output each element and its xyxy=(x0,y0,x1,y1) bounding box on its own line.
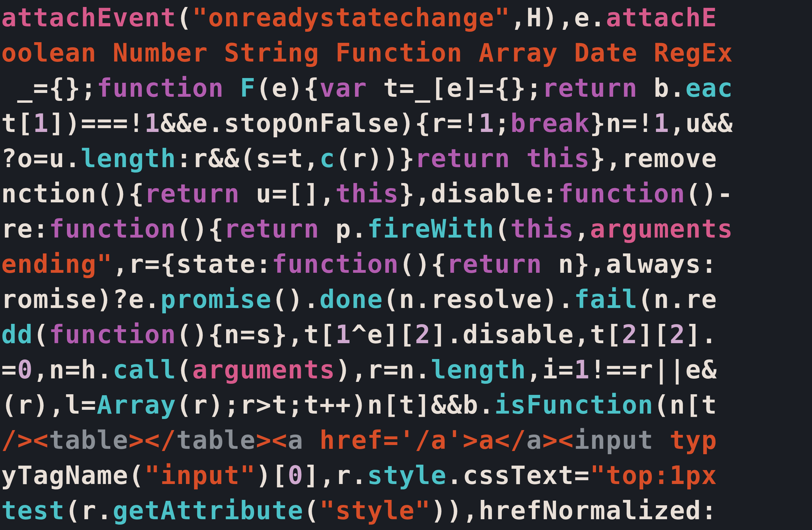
code-token: dd xyxy=(1,320,33,349)
code-token: ( xyxy=(33,320,49,349)
code-token: 0 xyxy=(288,460,304,490)
code-token: a xyxy=(288,425,304,455)
code-token: (e){ xyxy=(256,73,320,103)
code-token: ></ xyxy=(129,425,176,455)
code-token: table xyxy=(176,425,256,455)
code-token: >< xyxy=(542,425,574,455)
code-token: :r&&(s=t, xyxy=(176,144,319,173)
code-token: },disable: xyxy=(399,179,558,208)
code-token: isFunction xyxy=(494,390,654,419)
code-token: ^e][ xyxy=(351,320,415,349)
code-token: ,r={state: xyxy=(113,249,272,279)
code-token: 1 xyxy=(479,108,494,138)
code-token: Array xyxy=(97,390,176,419)
code-token: (). xyxy=(272,284,320,314)
code-token: function xyxy=(97,73,224,103)
code-token: ,u&& xyxy=(670,108,733,138)
code-token: &&e.stopOnFalse){r=! xyxy=(160,108,479,138)
code-token: "input" xyxy=(144,460,256,490)
code-token: fireWith xyxy=(367,214,494,244)
code-token: typ xyxy=(654,425,717,455)
code-token: ]. xyxy=(685,320,717,349)
code-token: !==r||e& xyxy=(590,355,717,384)
code-token: (n.re xyxy=(638,284,717,314)
code-token: ])===! xyxy=(49,108,145,138)
code-token: }n=! xyxy=(590,108,654,138)
code-token: ( xyxy=(176,355,192,384)
code-token: getAttribute xyxy=(113,496,304,525)
code-token: ],r. xyxy=(304,460,367,490)
code-token: length xyxy=(431,355,526,384)
code-line: /><table></table><a href='/a'>a</a><inpu… xyxy=(1,425,717,455)
code-token: done xyxy=(319,284,383,314)
code-token: 2 xyxy=(670,320,685,349)
code-token: _={}; xyxy=(1,73,97,103)
code-line: _={};function F(e){var t=_[e]={};return … xyxy=(1,73,733,103)
code-token: ( xyxy=(494,214,510,244)
code-token: break xyxy=(510,108,590,138)
code-token: yTagName( xyxy=(1,460,144,490)
code-token: "style" xyxy=(319,496,431,525)
code-token: t[ xyxy=(1,108,33,138)
code-token: ( xyxy=(176,3,192,32)
code-token: (r),l= xyxy=(1,390,97,419)
code-token: />< xyxy=(1,425,49,455)
code-token: return xyxy=(224,214,319,244)
code-token: (n.resolve). xyxy=(383,284,574,314)
code-token: 1 xyxy=(144,108,160,138)
code-token: "onreadystatechange" xyxy=(192,3,510,32)
code-token: ; xyxy=(494,108,510,138)
code-token: nction(){ xyxy=(1,179,144,208)
code-token: t=_[e]={}; xyxy=(367,73,542,103)
code-token: input xyxy=(574,425,654,455)
code-token: href='/a'>a</ xyxy=(304,425,526,455)
code-token: 1 xyxy=(654,108,670,138)
code-token xyxy=(224,73,240,103)
code-token: fail xyxy=(574,284,638,314)
code-token: .cssText= xyxy=(447,460,590,490)
code-token: 0 xyxy=(17,355,33,384)
code-token: F xyxy=(240,73,256,103)
code-token: 1 xyxy=(335,320,351,349)
code-token: a xyxy=(526,425,542,455)
code-token: (n[t xyxy=(654,390,717,419)
code-token: ( xyxy=(304,496,319,525)
code-token: return xyxy=(447,249,542,279)
code-line: dd(function(){n=s},t[1^e][2].disable,t[2… xyxy=(1,320,717,349)
code-token: >< xyxy=(256,425,288,455)
code-line: romise)?e.promise().done(n.resolve).fail… xyxy=(1,284,717,314)
code-token: return xyxy=(144,179,240,208)
code-token: n},always: xyxy=(542,249,717,279)
code-token: re: xyxy=(1,214,49,244)
code-token: ,n=h. xyxy=(33,355,113,384)
code-token: ][ xyxy=(638,320,670,349)
code-token: style xyxy=(367,460,447,490)
code-token: eac xyxy=(685,73,733,103)
code-token: function xyxy=(49,214,176,244)
code-token: b. xyxy=(638,73,686,103)
code-token: p. xyxy=(319,214,367,244)
code-line: yTagName("input")[0],r.style.cssText="to… xyxy=(1,460,717,490)
code-token: (r))} xyxy=(335,144,415,173)
code-token: oolean Number String Function Array Date… xyxy=(1,38,733,68)
code-token: ,H),e. xyxy=(510,3,606,32)
code-token: arguments xyxy=(192,355,335,384)
code-token: romise)?e. xyxy=(1,284,160,314)
code-token: )),hrefNormalized: xyxy=(431,496,717,525)
code-line: attachEvent("onreadystatechange",H),e.at… xyxy=(1,3,717,32)
code-token: test xyxy=(1,496,65,525)
code-line: =0,n=h.call(arguments),r=n.length,i=1!==… xyxy=(1,355,717,384)
code-token: ),r=n. xyxy=(335,355,431,384)
code-token: 1 xyxy=(574,355,590,384)
code-line: re:function(){return p.fireWith(this,arg… xyxy=(1,214,733,244)
code-token: (){n=s},t[ xyxy=(176,320,336,349)
code-token: 1 xyxy=(33,108,49,138)
code-token: call xyxy=(113,355,176,384)
code-token: return xyxy=(415,144,510,173)
code-token: attachE xyxy=(606,3,717,32)
code-token: 2 xyxy=(622,320,638,349)
code-editor-viewport: attachEvent("onreadystatechange",H),e.at… xyxy=(0,0,812,528)
code-token: ].disable,t[ xyxy=(431,320,622,349)
code-token: function xyxy=(558,179,685,208)
code-token xyxy=(510,144,526,173)
